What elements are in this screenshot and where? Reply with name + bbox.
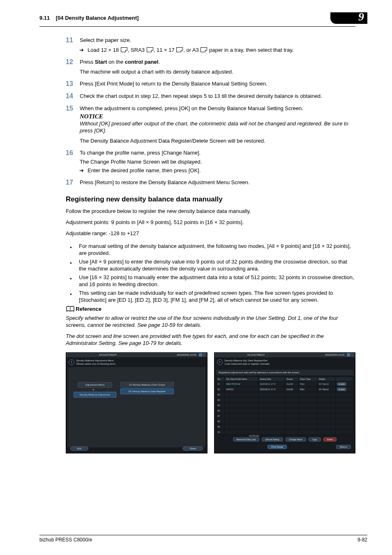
copy-button[interactable]: Copy <box>309 437 321 442</box>
chevron-down-icon: ▾ <box>92 388 95 392</box>
reference-heading: Reference <box>66 306 355 314</box>
table-row[interactable]: 03 <box>216 392 353 398</box>
reference-p1: Specify whether to allow or restrict the… <box>66 314 355 328</box>
tray-icon <box>347 353 350 356</box>
section2-p2: Adjustment points: 9 points in [All × 9 … <box>66 219 355 226</box>
step-12-text: Press Start on the control panel. <box>80 58 355 65</box>
step-number-17: 17 <box>66 179 80 186</box>
th-enable <box>335 377 353 382</box>
table-row[interactable]: 04 <box>216 398 353 403</box>
chapter-badge: 9 <box>330 12 367 24</box>
reference-p2: The dot screen and line screen are provi… <box>66 333 355 347</box>
sheet-icon <box>201 47 207 52</box>
tray-icon <box>199 353 202 356</box>
delete-button[interactable]: Delete <box>323 437 337 442</box>
return-button[interactable]: Return <box>336 445 351 449</box>
s1-title: ADJUSTMENT <box>99 354 117 356</box>
table-row[interactable]: 02DATA012010/03/11 17:17Dot130Plain64-74… <box>216 387 353 392</box>
step-11-text: Select the paper size. <box>80 37 355 44</box>
option-data-register[interactable]: 02 Density Balance Data Register <box>120 388 174 394</box>
table-row[interactable]: 09 <box>216 424 353 430</box>
option-chart-output[interactable]: 01 Density Balance Chart Output <box>120 382 174 388</box>
addmodify-label: Add/Modify <box>249 435 259 437</box>
th-weight: Weight <box>317 377 335 382</box>
bullet-item: For manual setting of the density balanc… <box>66 243 355 257</box>
screenshot-row: ADJUSTMENT 2010/04/04 14:03 i Density Ba… <box>66 352 355 453</box>
bullet-item: Use [16 × 32 points] to manually enter t… <box>66 274 355 288</box>
table-row[interactable]: 05 <box>216 403 353 408</box>
crumb-adjustment-menu[interactable]: Adjustment Menu <box>78 382 112 388</box>
step-11-subitem: Load 12 × 18 , SRA3 , 11 × 17 , or A3 pa… <box>88 46 355 53</box>
s2-title: ADJUSTMENT <box>247 354 265 356</box>
crumb-density-balance[interactable]: Density Balance Adjustment <box>74 392 116 398</box>
sheet-icon <box>121 47 127 52</box>
screenshot-register: ADJUSTMENT 2010/04/04 14:03 i Density Ba… <box>214 352 356 453</box>
info-icon: i <box>217 359 223 365</box>
subsection-heading: Registering new density balance data man… <box>66 195 355 204</box>
footer-model: bizhub PRESS C8000/e <box>39 537 92 543</box>
step-16-sub1: The Change Profile Name Screen will be d… <box>80 158 355 165</box>
step-number-14: 14 <box>66 92 80 100</box>
measured-data-load-button[interactable]: Measured Data Load <box>233 437 260 442</box>
step-number-12: 12 <box>66 58 80 66</box>
manual-setting-button[interactable]: Manual Setting <box>262 437 283 442</box>
step-15-text: When the adjustment is completed, press … <box>80 105 355 112</box>
s2-note: Registered adjustment data will be selec… <box>216 370 354 375</box>
page-footer: bizhub PRESS C8000/e 9-82 <box>39 532 367 543</box>
th-date: Setting Date <box>258 377 285 382</box>
step-14-text: Check the chart output in step 12, then … <box>80 92 355 99</box>
screenshot-menu: ADJUSTMENT 2010/04/04 14:03 i Density Ba… <box>66 352 208 453</box>
step-12-sub: The machine will output a chart with its… <box>80 68 355 75</box>
step-number-16: 16 <box>66 149 80 157</box>
th-screen: Screen <box>285 377 299 382</box>
table-row[interactable]: 10 <box>216 430 353 435</box>
s1-info-2: Please select one of following items. <box>76 362 116 365</box>
change-name-button[interactable]: Change Name <box>286 437 306 442</box>
notice-heading: NOTICE <box>80 113 355 120</box>
sheet-icon <box>176 47 183 52</box>
exit-button[interactable]: Exit <box>70 446 88 451</box>
s2-datetime: 2010/04/04 14:03 <box>325 354 344 356</box>
s2-info-2: Load measured data or register manually <box>225 362 270 365</box>
th-name: Adj. Data Profile Name <box>225 377 258 382</box>
step-15-sub2: The Density Balance Adjustment Data Regi… <box>80 137 355 144</box>
step-number-11: 11 <box>66 37 80 44</box>
section-number: 9.11 <box>39 15 50 21</box>
bullet-list: For manual setting of the density balanc… <box>66 243 355 303</box>
table-row[interactable]: 07 <box>216 414 353 419</box>
header-rule <box>39 26 355 27</box>
bullet-item: This setting can be made individually fo… <box>66 289 355 303</box>
s1-datetime: 2010/04/04 14:03 <box>177 354 196 356</box>
step-13-text: Press [Exit Print Mode] to return to the… <box>80 80 355 87</box>
step-16-sub2: Enter the desired profile name, then pre… <box>88 167 355 174</box>
print-mode-button[interactable]: Print Mode <box>267 445 287 449</box>
table-row[interactable]: 08 <box>216 419 353 424</box>
footer-page-number: 9-82 <box>357 537 367 543</box>
close-button[interactable]: Close <box>182 446 203 451</box>
s1-info-1: Density Balance Adjustment Menu <box>76 359 116 362</box>
profile-table: No. Adj. Data Profile Name Setting Date … <box>216 377 354 435</box>
step-number-13: 13 <box>66 80 80 88</box>
section2-p1: Follow the procedure below to register t… <box>66 208 355 215</box>
book-icon <box>66 306 75 314</box>
th-paper: Paper Type <box>299 377 318 382</box>
table-row[interactable]: 06 <box>216 408 353 414</box>
header-section: 9.11 [04 Density Balance Adjustment] <box>39 14 139 21</box>
sheet-icon <box>147 47 153 52</box>
th-no: No. <box>216 377 225 382</box>
step-16-text: To change the profile name, press [Chang… <box>80 149 355 156</box>
s2-info-1: Density Balance Adj. Data Register/Del <box>225 359 270 362</box>
enable-button[interactable]: Enable <box>337 388 347 391</box>
table-row[interactable]: 01NEW PROFILE2010/03/11 17:17Dot130Plain… <box>216 382 353 387</box>
info-icon: i <box>69 359 74 365</box>
notice-body: Without [OK] pressed after output of the… <box>80 120 355 134</box>
enable-button[interactable]: Enable <box>337 382 347 386</box>
section2-p3: Adjustable range: -128 to +127 <box>66 230 355 237</box>
help-icon <box>203 353 206 356</box>
help-icon <box>350 353 354 356</box>
step-17-text: Press [Return] to restore the Density Ba… <box>80 179 355 186</box>
bullet-item: Use [All × 9 points] to enter the densit… <box>66 258 355 272</box>
section-title: [04 Density Balance Adjustment] <box>56 15 139 21</box>
step-number-15: 15 <box>66 105 80 112</box>
